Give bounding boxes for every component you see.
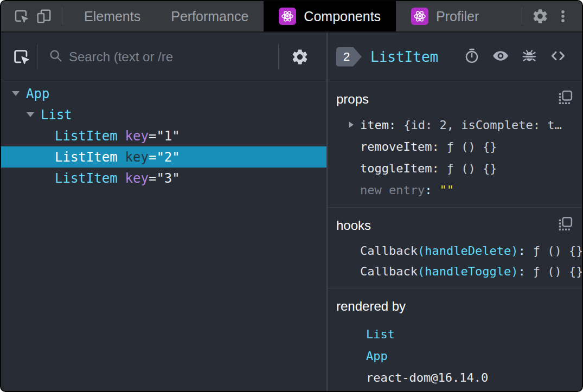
- hook-name: (handleDelete): [418, 244, 518, 258]
- badge-count: 2: [343, 50, 350, 64]
- key-value: ="2": [149, 150, 180, 165]
- hook-type: Callback: [360, 265, 418, 278]
- key-attribute: key: [125, 128, 149, 144]
- tab-label: Components: [304, 9, 381, 24]
- component-name: ListItem: [55, 128, 118, 144]
- selected-component-name: ListItem: [370, 49, 438, 65]
- tab-profiler[interactable]: Profiler: [396, 1, 494, 31]
- hook-separator: :: [518, 244, 525, 258]
- stopwatch-icon[interactable]: [464, 48, 480, 66]
- hook-type: Callback: [360, 244, 418, 258]
- renderer-version: react-dom@16.14.0: [366, 371, 488, 384]
- owner-link[interactable]: List: [366, 327, 395, 341]
- tree-node-listitem-3[interactable]: ListItemkey="3": [1, 168, 326, 189]
- gear-icon[interactable]: [529, 5, 552, 28]
- prop-row-toggleitem[interactable]: toggleItem:ƒ () {}: [336, 157, 573, 179]
- prop-name: item: [360, 118, 389, 132]
- chevron-down-icon[interactable]: [27, 112, 34, 117]
- tree-toolbar: [1, 33, 326, 81]
- key-value: ="3": [149, 171, 180, 186]
- tree-node-app[interactable]: App: [1, 83, 326, 104]
- hook-separator: :: [518, 265, 525, 278]
- tree-node-list[interactable]: List: [1, 104, 326, 125]
- copy-icon[interactable]: [557, 89, 573, 109]
- copy-icon[interactable]: [557, 216, 573, 235]
- bug-icon[interactable]: [521, 48, 537, 66]
- hook-row-handledelete[interactable]: Callback(handleDelete):ƒ () {}: [336, 240, 573, 261]
- eye-icon[interactable]: [492, 47, 509, 67]
- key-attribute: key: [125, 171, 149, 186]
- tab-label: Profiler: [436, 9, 479, 24]
- section-title: props: [336, 92, 369, 107]
- owner-link[interactable]: App: [366, 349, 388, 363]
- tabbar-separator: [522, 8, 522, 24]
- prop-row-new-entry[interactable]: new entry:"": [336, 179, 573, 201]
- chevron-down-icon[interactable]: [12, 91, 20, 96]
- prop-separator: :: [389, 118, 396, 132]
- owner-count-badge[interactable]: 2: [336, 47, 362, 67]
- tabbar-right-icons: [515, 1, 582, 31]
- devtools-window: Elements Performance Components: [0, 0, 583, 392]
- prop-value: ƒ () {}: [447, 140, 497, 153]
- rendered-by-rows: List App react-dom@16.14.0: [336, 323, 573, 388]
- hook-row-handletoggle[interactable]: Callback(handleToggle):ƒ () {}: [336, 261, 573, 281]
- props-section: props: [328, 81, 582, 207]
- rendered-by-app-link[interactable]: App: [336, 345, 573, 367]
- component-name: List: [41, 107, 72, 123]
- props-rows: item:{id: 2, isComplete: t… removeItem:ƒ…: [336, 114, 573, 201]
- main-area: App List ListItemkey="1" ListItemkey="2"…: [1, 33, 582, 391]
- kebab-menu-icon[interactable]: [552, 5, 574, 28]
- hook-value: ƒ () {}: [533, 244, 582, 258]
- prop-row-removeitem[interactable]: removeItem:ƒ () {}: [336, 136, 573, 157]
- tree-node-listitem-1[interactable]: ListItemkey="1": [1, 125, 326, 146]
- search-bar: [37, 48, 278, 66]
- rendered-by-section: rendered by List App react-dom@16.14.0: [328, 288, 582, 391]
- section-title: rendered by: [336, 299, 406, 314]
- rendered-by-react-dom: react-dom@16.14.0: [336, 367, 573, 388]
- rendered-by-list-link[interactable]: List: [336, 323, 573, 345]
- hook-name: (handleToggle): [418, 265, 518, 278]
- code-brackets-icon[interactable]: [549, 47, 567, 67]
- tabbar-left-icons: [1, 1, 55, 31]
- hooks-section: hooks: [328, 207, 582, 288]
- components-tree-panel: App List ListItemkey="1" ListItemkey="2"…: [1, 33, 328, 391]
- hooks-rows: Callback(handleDelete):ƒ () {} Callback(…: [336, 240, 573, 281]
- inspect-cursor-icon[interactable]: [10, 5, 33, 28]
- component-details-panel: 2 ListItem: [328, 33, 582, 391]
- prop-name: removeItem: [360, 140, 432, 153]
- chevron-right-icon[interactable]: [349, 121, 354, 128]
- tab-performance[interactable]: Performance: [156, 1, 264, 31]
- prop-value: {id: 2, isComplete: t…: [403, 118, 561, 132]
- magnifier-icon: [48, 48, 63, 66]
- react-logo-icon: [279, 8, 296, 25]
- prop-separator: :: [432, 140, 439, 153]
- component-name: ListItem: [55, 171, 118, 186]
- hooks-section-header: hooks: [336, 208, 573, 234]
- tree-node-listitem-2-selected[interactable]: ListItemkey="2": [1, 146, 326, 168]
- tab-elements[interactable]: Elements: [69, 1, 156, 31]
- gear-icon[interactable]: [287, 44, 312, 69]
- tab-label: Elements: [84, 9, 140, 24]
- prop-row-item[interactable]: item:{id: 2, isComplete: t…: [336, 114, 573, 136]
- details-header-icons: [464, 47, 567, 67]
- props-section-header: props: [336, 81, 573, 107]
- component-name: App: [26, 86, 49, 101]
- details-header: 2 ListItem: [328, 33, 582, 81]
- component-name: ListItem: [55, 150, 118, 165]
- tab-label: Performance: [171, 9, 248, 24]
- element-picker-icon[interactable]: [5, 41, 37, 73]
- prop-value: ƒ () {}: [447, 162, 497, 175]
- new-entry-value[interactable]: "": [439, 183, 454, 197]
- search-input[interactable]: [69, 49, 278, 65]
- devtools-tabbar: Elements Performance Components: [1, 1, 582, 33]
- react-logo-icon: [411, 8, 428, 25]
- section-title: hooks: [336, 218, 371, 233]
- device-toolbar-icon[interactable]: [33, 5, 55, 28]
- new-entry-label: new entry: [360, 183, 425, 197]
- prop-separator: :: [425, 183, 432, 197]
- prop-name: toggleItem: [360, 162, 432, 175]
- component-tree: App List ListItemkey="1" ListItemkey="2"…: [1, 81, 326, 391]
- toolbar-separator: [278, 44, 279, 69]
- tab-components[interactable]: Components: [264, 1, 396, 31]
- key-attribute: key: [125, 150, 149, 165]
